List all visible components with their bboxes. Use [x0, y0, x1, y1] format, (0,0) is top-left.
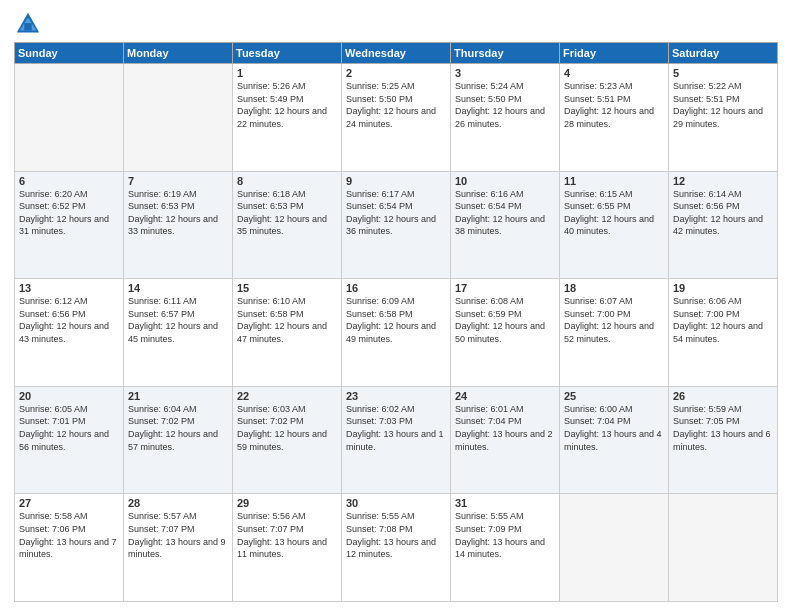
calendar-cell: 15Sunrise: 6:10 AM Sunset: 6:58 PM Dayli… — [233, 279, 342, 387]
day-info: Sunrise: 6:00 AM Sunset: 7:04 PM Dayligh… — [564, 403, 664, 453]
day-info: Sunrise: 6:17 AM Sunset: 6:54 PM Dayligh… — [346, 188, 446, 238]
calendar-cell: 12Sunrise: 6:14 AM Sunset: 6:56 PM Dayli… — [669, 171, 778, 279]
week-row-2: 13Sunrise: 6:12 AM Sunset: 6:56 PM Dayli… — [15, 279, 778, 387]
day-number: 7 — [128, 175, 228, 187]
day-info: Sunrise: 6:11 AM Sunset: 6:57 PM Dayligh… — [128, 295, 228, 345]
day-info: Sunrise: 6:20 AM Sunset: 6:52 PM Dayligh… — [19, 188, 119, 238]
day-info: Sunrise: 6:16 AM Sunset: 6:54 PM Dayligh… — [455, 188, 555, 238]
calendar-cell: 16Sunrise: 6:09 AM Sunset: 6:58 PM Dayli… — [342, 279, 451, 387]
day-info: Sunrise: 5:26 AM Sunset: 5:49 PM Dayligh… — [237, 80, 337, 130]
calendar-cell: 17Sunrise: 6:08 AM Sunset: 6:59 PM Dayli… — [451, 279, 560, 387]
header-thursday: Thursday — [451, 43, 560, 64]
header-friday: Friday — [560, 43, 669, 64]
day-info: Sunrise: 6:07 AM Sunset: 7:00 PM Dayligh… — [564, 295, 664, 345]
day-info: Sunrise: 5:22 AM Sunset: 5:51 PM Dayligh… — [673, 80, 773, 130]
day-info: Sunrise: 6:05 AM Sunset: 7:01 PM Dayligh… — [19, 403, 119, 453]
calendar-cell: 2Sunrise: 5:25 AM Sunset: 5:50 PM Daylig… — [342, 64, 451, 172]
day-info: Sunrise: 5:59 AM Sunset: 7:05 PM Dayligh… — [673, 403, 773, 453]
day-info: Sunrise: 5:55 AM Sunset: 7:09 PM Dayligh… — [455, 510, 555, 560]
day-number: 30 — [346, 497, 446, 509]
header-wednesday: Wednesday — [342, 43, 451, 64]
calendar-cell: 28Sunrise: 5:57 AM Sunset: 7:07 PM Dayli… — [124, 494, 233, 602]
calendar-cell: 19Sunrise: 6:06 AM Sunset: 7:00 PM Dayli… — [669, 279, 778, 387]
calendar-cell: 31Sunrise: 5:55 AM Sunset: 7:09 PM Dayli… — [451, 494, 560, 602]
day-number: 13 — [19, 282, 119, 294]
calendar-cell — [15, 64, 124, 172]
calendar-cell: 22Sunrise: 6:03 AM Sunset: 7:02 PM Dayli… — [233, 386, 342, 494]
calendar-cell — [560, 494, 669, 602]
day-info: Sunrise: 6:08 AM Sunset: 6:59 PM Dayligh… — [455, 295, 555, 345]
calendar-table: SundayMondayTuesdayWednesdayThursdayFrid… — [14, 42, 778, 602]
calendar-cell: 23Sunrise: 6:02 AM Sunset: 7:03 PM Dayli… — [342, 386, 451, 494]
calendar-cell: 8Sunrise: 6:18 AM Sunset: 6:53 PM Daylig… — [233, 171, 342, 279]
calendar-cell: 29Sunrise: 5:56 AM Sunset: 7:07 PM Dayli… — [233, 494, 342, 602]
calendar-cell: 20Sunrise: 6:05 AM Sunset: 7:01 PM Dayli… — [15, 386, 124, 494]
calendar-cell: 3Sunrise: 5:24 AM Sunset: 5:50 PM Daylig… — [451, 64, 560, 172]
calendar-cell: 26Sunrise: 5:59 AM Sunset: 7:05 PM Dayli… — [669, 386, 778, 494]
day-info: Sunrise: 6:14 AM Sunset: 6:56 PM Dayligh… — [673, 188, 773, 238]
calendar-cell: 9Sunrise: 6:17 AM Sunset: 6:54 PM Daylig… — [342, 171, 451, 279]
day-number: 18 — [564, 282, 664, 294]
day-number: 15 — [237, 282, 337, 294]
calendar-cell: 7Sunrise: 6:19 AM Sunset: 6:53 PM Daylig… — [124, 171, 233, 279]
day-number: 2 — [346, 67, 446, 79]
day-info: Sunrise: 5:57 AM Sunset: 7:07 PM Dayligh… — [128, 510, 228, 560]
header-sunday: Sunday — [15, 43, 124, 64]
day-number: 28 — [128, 497, 228, 509]
header-monday: Monday — [124, 43, 233, 64]
day-number: 3 — [455, 67, 555, 79]
day-number: 17 — [455, 282, 555, 294]
day-info: Sunrise: 6:15 AM Sunset: 6:55 PM Dayligh… — [564, 188, 664, 238]
calendar-cell: 5Sunrise: 5:22 AM Sunset: 5:51 PM Daylig… — [669, 64, 778, 172]
day-number: 27 — [19, 497, 119, 509]
calendar-cell: 1Sunrise: 5:26 AM Sunset: 5:49 PM Daylig… — [233, 64, 342, 172]
day-info: Sunrise: 5:23 AM Sunset: 5:51 PM Dayligh… — [564, 80, 664, 130]
day-number: 20 — [19, 390, 119, 402]
day-number: 25 — [564, 390, 664, 402]
day-info: Sunrise: 6:12 AM Sunset: 6:56 PM Dayligh… — [19, 295, 119, 345]
day-info: Sunrise: 5:56 AM Sunset: 7:07 PM Dayligh… — [237, 510, 337, 560]
calendar-cell: 10Sunrise: 6:16 AM Sunset: 6:54 PM Dayli… — [451, 171, 560, 279]
page: SundayMondayTuesdayWednesdayThursdayFrid… — [0, 0, 792, 612]
day-info: Sunrise: 6:19 AM Sunset: 6:53 PM Dayligh… — [128, 188, 228, 238]
calendar-cell: 13Sunrise: 6:12 AM Sunset: 6:56 PM Dayli… — [15, 279, 124, 387]
day-number: 26 — [673, 390, 773, 402]
logo-icon — [14, 10, 42, 38]
calendar-cell: 25Sunrise: 6:00 AM Sunset: 7:04 PM Dayli… — [560, 386, 669, 494]
calendar-cell: 11Sunrise: 6:15 AM Sunset: 6:55 PM Dayli… — [560, 171, 669, 279]
calendar-cell: 14Sunrise: 6:11 AM Sunset: 6:57 PM Dayli… — [124, 279, 233, 387]
day-number: 21 — [128, 390, 228, 402]
day-info: Sunrise: 6:03 AM Sunset: 7:02 PM Dayligh… — [237, 403, 337, 453]
week-row-1: 6Sunrise: 6:20 AM Sunset: 6:52 PM Daylig… — [15, 171, 778, 279]
day-info: Sunrise: 6:09 AM Sunset: 6:58 PM Dayligh… — [346, 295, 446, 345]
day-number: 4 — [564, 67, 664, 79]
day-info: Sunrise: 6:10 AM Sunset: 6:58 PM Dayligh… — [237, 295, 337, 345]
calendar-cell — [669, 494, 778, 602]
day-number: 29 — [237, 497, 337, 509]
day-number: 5 — [673, 67, 773, 79]
week-row-4: 27Sunrise: 5:58 AM Sunset: 7:06 PM Dayli… — [15, 494, 778, 602]
svg-rect-2 — [24, 23, 31, 30]
day-info: Sunrise: 5:24 AM Sunset: 5:50 PM Dayligh… — [455, 80, 555, 130]
day-number: 22 — [237, 390, 337, 402]
day-info: Sunrise: 6:02 AM Sunset: 7:03 PM Dayligh… — [346, 403, 446, 453]
day-info: Sunrise: 6:04 AM Sunset: 7:02 PM Dayligh… — [128, 403, 228, 453]
day-number: 23 — [346, 390, 446, 402]
calendar-cell: 18Sunrise: 6:07 AM Sunset: 7:00 PM Dayli… — [560, 279, 669, 387]
day-info: Sunrise: 5:58 AM Sunset: 7:06 PM Dayligh… — [19, 510, 119, 560]
day-info: Sunrise: 6:06 AM Sunset: 7:00 PM Dayligh… — [673, 295, 773, 345]
day-number: 31 — [455, 497, 555, 509]
calendar-cell: 24Sunrise: 6:01 AM Sunset: 7:04 PM Dayli… — [451, 386, 560, 494]
day-number: 11 — [564, 175, 664, 187]
day-number: 19 — [673, 282, 773, 294]
day-number: 10 — [455, 175, 555, 187]
day-number: 1 — [237, 67, 337, 79]
day-number: 6 — [19, 175, 119, 187]
week-row-3: 20Sunrise: 6:05 AM Sunset: 7:01 PM Dayli… — [15, 386, 778, 494]
calendar-cell: 21Sunrise: 6:04 AM Sunset: 7:02 PM Dayli… — [124, 386, 233, 494]
week-row-0: 1Sunrise: 5:26 AM Sunset: 5:49 PM Daylig… — [15, 64, 778, 172]
day-info: Sunrise: 5:25 AM Sunset: 5:50 PM Dayligh… — [346, 80, 446, 130]
calendar-cell: 30Sunrise: 5:55 AM Sunset: 7:08 PM Dayli… — [342, 494, 451, 602]
header — [14, 10, 778, 38]
header-tuesday: Tuesday — [233, 43, 342, 64]
